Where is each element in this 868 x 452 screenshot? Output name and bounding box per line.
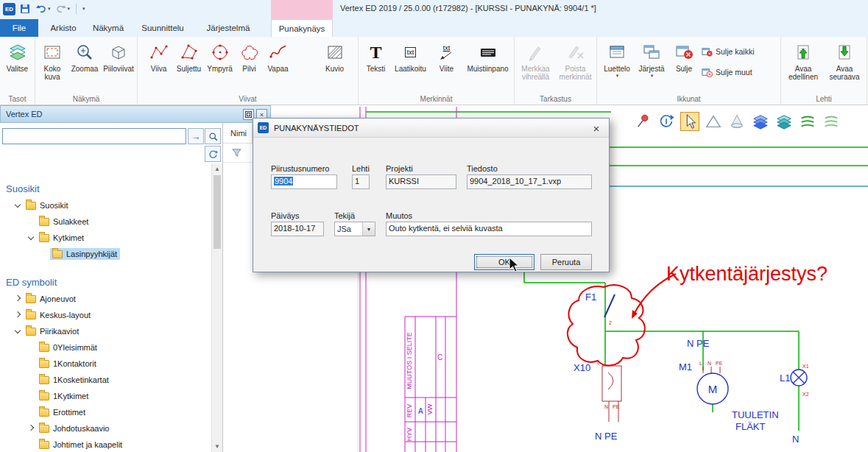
scroll-up-icon[interactable]: ▲ — [212, 163, 222, 174]
layers-blue-icon[interactable] — [751, 112, 770, 131]
button-label: Teksti — [367, 65, 386, 73]
projekti-field[interactable]: KURSSI — [386, 174, 456, 189]
search-input[interactable] — [2, 128, 186, 144]
search-button[interactable] — [205, 128, 221, 144]
combo-value: JSa — [335, 225, 362, 233]
tiedosto-field[interactable]: 9904_2018_10_17_1.vxp — [467, 174, 592, 189]
pilvi-button[interactable]: Pilvi — [236, 39, 264, 91]
laatikoitu-button[interactable]: txt Laatikoitu — [392, 39, 430, 91]
piirustusnumero-field[interactable]: 9904 — [271, 174, 337, 189]
sulje-muut-button[interactable]: Sulje muut — [702, 66, 755, 78]
chevron-down-icon[interactable]: ▾ — [362, 222, 375, 236]
sulje-kaikki-button[interactable]: Sulje kaikki — [702, 46, 755, 57]
tree-item-erottimet[interactable]: Erottimet — [0, 404, 211, 420]
tab-suunnittelu[interactable]: Suunnittelu — [131, 19, 194, 37]
triangle-tool-icon[interactable] — [704, 112, 723, 131]
chevron-right-icon[interactable] — [25, 423, 37, 434]
tab-arkisto[interactable]: Arkisto — [41, 19, 85, 37]
tree-item-sulakkeet[interactable]: Sulakkeet — [0, 213, 211, 230]
vapaa-button[interactable]: Vapaa — [264, 39, 293, 91]
tekija-combobox[interactable]: JSa ▾ — [334, 222, 375, 236]
chevron-right-icon[interactable] — [12, 294, 24, 304]
tree-item-label: Ajoneuvot — [40, 294, 76, 303]
group-label-ikkunat: Ikkunat — [597, 95, 780, 103]
cloud-icon — [240, 41, 259, 63]
teksti-button[interactable]: T Teksti — [361, 39, 392, 91]
select-cursor-icon[interactable] — [680, 112, 699, 131]
jarjesta-button[interactable]: Järjestä ▾ — [634, 39, 669, 91]
dialog-titlebar[interactable]: ED PUNAKYNÄYSTIEDOT × — [253, 119, 609, 138]
ok-button[interactable]: OK — [474, 254, 534, 270]
tree-item-1kytkimet[interactable]: 1Kytkimet — [0, 388, 211, 404]
refresh-tool-icon[interactable] — [657, 112, 676, 131]
sheets-green-icon[interactable] — [798, 112, 817, 131]
muistiinpano-button[interactable]: Muistiinpano — [464, 39, 512, 91]
closed-polygon-icon — [180, 41, 199, 63]
redo-button[interactable]: ▾ — [54, 2, 71, 15]
ympyra-button[interactable]: Ympyrä — [205, 39, 236, 91]
tree-item-kytkimet[interactable]: Kytkimet — [0, 230, 211, 246]
jarjesta-dropdown-icon[interactable]: ▾ — [651, 73, 654, 79]
tree-item-johdotuskaavio[interactable]: Johdotuskaavio — [0, 420, 211, 437]
search-go-button[interactable]: → — [188, 128, 204, 144]
sidebar-scrollbar[interactable]: ▲ ▼ — [211, 163, 222, 452]
sidebar-panel-header[interactable]: Vertex ED × — [0, 105, 271, 123]
chevron-right-icon[interactable] — [12, 310, 24, 320]
refresh-button[interactable] — [205, 146, 221, 162]
scroll-down-icon[interactable]: ▼ — [212, 441, 222, 452]
zoomaa-button[interactable]: Zoomaa — [68, 39, 101, 91]
tree-item-johtimet-ja-kaapelit[interactable]: Johtimet ja kaapelit — [0, 437, 211, 452]
undo-dropdown-icon[interactable]: ▾ — [48, 6, 51, 12]
button-label: Peruuta — [552, 258, 581, 266]
ribbon-group-viivat: Viiva Suljettu Ympyrä — [138, 37, 359, 105]
chevron-down-icon[interactable] — [12, 200, 24, 211]
paivays-field[interactable]: 2018-10-17 — [271, 222, 324, 236]
save-button[interactable] — [18, 2, 32, 15]
tab-jarjestelma[interactable]: Järjestelmä — [196, 19, 261, 37]
sheets-green-alt-icon[interactable] — [822, 112, 841, 131]
viite-button[interactable]: txt Viite — [430, 39, 464, 91]
pin-icon[interactable] — [633, 112, 652, 131]
app-logo-icon[interactable]: ED — [3, 3, 15, 15]
dialog-close-button[interactable]: × — [588, 121, 604, 135]
avaa-edellinen-button[interactable]: Avaa edellinen — [783, 39, 824, 91]
tree-item-0yleisimmat[interactable]: 0Yleisimmät — [0, 339, 211, 356]
contextual-tab-highlight — [271, 0, 333, 19]
redo-dropdown-icon[interactable]: ▾ — [68, 6, 71, 12]
chevron-down-icon[interactable] — [25, 233, 37, 243]
tree-item-piirikaaviot[interactable]: Piirikaaviot — [0, 323, 211, 339]
chevron-down-icon[interactable] — [12, 326, 24, 336]
tree-item-keskus-layout[interactable]: Keskus-layout — [0, 307, 211, 323]
tab-file[interactable]: File — [0, 19, 38, 37]
muutos-field[interactable]: Outo kytkentä, ei selviä kuvasta — [386, 222, 592, 236]
lehti-field[interactable]: 1 — [352, 174, 370, 189]
luettelo-button[interactable]: Luettelo ▾ — [600, 39, 634, 91]
avaa-seuraava-button[interactable]: Avaa seuraava — [824, 39, 865, 91]
tree-item-suosikit[interactable]: Suosikit — [0, 197, 211, 213]
tab-nakyma[interactable]: Näkymä — [87, 19, 130, 37]
tree-item-lasinpyyhkijat-selected[interactable]: Lasinpyyhkijät — [0, 246, 211, 262]
viiva-button[interactable]: Viiva — [144, 39, 174, 91]
scrollbar-thumb[interactable] — [214, 175, 221, 249]
kuvio-button[interactable]: Kuvio — [318, 39, 352, 91]
koko-kuva-button[interactable]: Koko kuva — [36, 39, 68, 91]
tree-item-1kontaktorit[interactable]: 1Kontaktorit — [0, 356, 211, 372]
folder-icon — [39, 344, 49, 352]
label-flakt: FLÄKT — [735, 421, 766, 432]
tab-punakynays-active[interactable]: Punakynäys — [271, 19, 333, 37]
peruuta-button[interactable]: Peruuta — [540, 254, 592, 270]
qat-customize-button[interactable]: ▾ — [82, 6, 85, 12]
poista-merkinnat-button: Poista merkinnät — [556, 39, 596, 91]
layers-teal-icon[interactable] — [775, 112, 794, 131]
piiloviivat-button[interactable]: Piiloviivat — [101, 39, 136, 91]
suljettu-button[interactable]: Suljettu — [174, 39, 205, 91]
tree-item-ajoneuvot[interactable]: Ajoneuvot — [0, 291, 211, 307]
luettelo-dropdown-icon[interactable]: ▾ — [616, 73, 619, 79]
column-header-nimi[interactable]: Nimi — [223, 123, 253, 143]
valitse-button[interactable]: Valitse — [1, 39, 34, 91]
sulje-button[interactable]: Sulje — [669, 39, 699, 91]
undo-button[interactable]: ▾ — [35, 2, 52, 15]
tree-item-1kosketinkartat[interactable]: 1Kosketinkartat — [0, 372, 211, 388]
cone-tool-icon[interactable] — [727, 112, 747, 131]
field-value: 1 — [355, 177, 359, 186]
